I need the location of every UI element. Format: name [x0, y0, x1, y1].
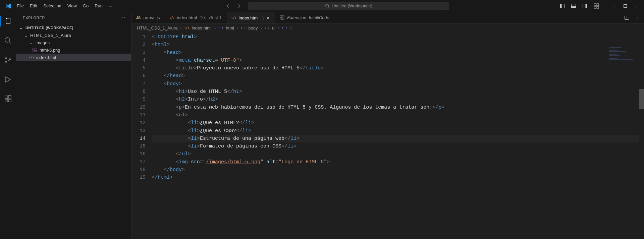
- search-icon: [325, 4, 330, 8]
- file-label: html-5.png: [40, 48, 60, 53]
- svg-rect-5: [572, 6, 576, 8]
- tab-label: Extension: IntelliCode: [287, 15, 329, 20]
- svg-rect-30: [282, 18, 284, 19]
- editor-area: JS arrays.js index.html D:\...\Test 1 in…: [131, 12, 644, 239]
- editor-more-icon[interactable]: ···: [636, 15, 639, 20]
- split-editor-icon[interactable]: [624, 15, 630, 20]
- svg-rect-11: [597, 6, 599, 8]
- breadcrumb-folder[interactable]: HTML_CSS_1_Alura: [137, 25, 177, 31]
- breadcrumb-file[interactable]: index.html: [192, 25, 212, 31]
- code-editor[interactable]: 12345678910111213141516171819 <!DOCTYPE …: [131, 32, 644, 239]
- menu-more-icon[interactable]: ···: [106, 2, 115, 10]
- activity-search-icon[interactable]: [0, 34, 16, 47]
- tab-extension-intellicode[interactable]: Extension: IntelliCode: [275, 12, 334, 23]
- file-html5-png[interactable]: html-5.png: [16, 46, 131, 54]
- chevron-down-icon: ⌄: [23, 33, 28, 38]
- menu-file[interactable]: File: [14, 2, 26, 10]
- code-content[interactable]: <!DOCTYPE html><html> <head> <meta chars…: [152, 32, 644, 239]
- activity-source-control-icon[interactable]: [0, 53, 16, 67]
- line-number-gutter: 12345678910111213141516171819: [131, 32, 152, 239]
- activity-extensions-icon[interactable]: [0, 92, 16, 106]
- svg-point-20: [9, 58, 11, 60]
- tab-arrays-js[interactable]: JS arrays.js: [131, 12, 165, 23]
- explorer-title: EXPLORER: [23, 16, 45, 20]
- svg-rect-9: [597, 4, 599, 6]
- folder-html-css-alura[interactable]: ⌄ HTML_CSS_1_Alura: [16, 32, 131, 39]
- svg-rect-25: [8, 96, 11, 98]
- breadcrumb[interactable]: HTML_CSS_1_Alura › index.html › html › b…: [131, 24, 644, 32]
- window-minimize-icon[interactable]: [612, 4, 616, 8]
- svg-rect-24: [8, 99, 11, 102]
- image-file-icon: [32, 47, 38, 53]
- folder-label: images: [36, 40, 50, 45]
- explorer-more-icon[interactable]: ···: [120, 15, 126, 21]
- activity-bar: [0, 12, 16, 239]
- symbol-icon: [241, 25, 246, 30]
- tab-close-icon[interactable]: ✕: [266, 15, 270, 20]
- svg-rect-22: [5, 96, 8, 99]
- svg-rect-28: [280, 15, 282, 17]
- breadcrumb-symbol[interactable]: li: [289, 25, 291, 31]
- editor-tabs: JS arrays.js index.html D:\...\Test 1 in…: [131, 12, 644, 24]
- command-center[interactable]: Untitled (Workspace): [248, 2, 449, 10]
- html-file-icon: [184, 25, 189, 30]
- svg-point-0: [326, 4, 329, 7]
- breadcrumb-symbol[interactable]: ul: [272, 25, 275, 31]
- layout-panel-icon[interactable]: [571, 3, 576, 9]
- svg-point-27: [34, 49, 35, 50]
- breadcrumb-symbol[interactable]: html: [226, 25, 234, 31]
- folder-label: HTML_CSS_1_Alura: [30, 33, 71, 38]
- svg-point-16: [5, 38, 10, 42]
- svg-rect-29: [280, 18, 282, 19]
- explorer-sidebar: EXPLORER ··· ⌄ UNTITLED (WORKSPACE) ⌄ HT…: [16, 12, 131, 239]
- symbol-icon: [265, 25, 269, 30]
- symbol-icon: [282, 25, 287, 30]
- menu-run[interactable]: Run: [92, 2, 105, 10]
- layout-sidebar-left-icon[interactable]: [559, 3, 565, 9]
- tab-index-html-test1[interactable]: index.html D:\...\Test 1: [165, 12, 227, 23]
- workspace-root[interactable]: ⌄ UNTITLED (WORKSPACE): [16, 24, 131, 32]
- tab-path: D:\...\Test 1: [200, 15, 222, 20]
- nav-back-icon[interactable]: [225, 3, 230, 9]
- html-file-icon: [231, 15, 236, 20]
- editor-scrollbar[interactable]: [639, 32, 644, 239]
- svg-point-19: [5, 62, 7, 63]
- menu-edit[interactable]: Edit: [27, 2, 40, 10]
- vscode-logo-icon: [3, 3, 14, 9]
- chevron-down-icon: ⌄: [29, 40, 34, 45]
- workspace-root-label: UNTITLED (WORKSPACE): [25, 26, 73, 30]
- svg-rect-31: [282, 15, 284, 17]
- minimap[interactable]: [609, 47, 639, 61]
- activity-explorer-icon[interactable]: [0, 14, 16, 28]
- breadcrumb-symbol[interactable]: body: [248, 25, 258, 31]
- tab-label: index.html: [177, 15, 197, 20]
- tab-label: arrays.js: [143, 15, 160, 20]
- menu-go[interactable]: Go: [80, 2, 91, 10]
- scrollbar-thumb[interactable]: [639, 89, 644, 109]
- window-maximize-icon[interactable]: [623, 4, 627, 8]
- layout-sidebar-right-icon[interactable]: [582, 3, 588, 9]
- svg-line-1: [328, 7, 329, 8]
- tab-index-html-current[interactable]: index.html .\ ✕: [227, 12, 275, 23]
- svg-rect-13: [624, 4, 627, 7]
- svg-rect-8: [594, 4, 596, 6]
- command-center-text: Untitled (Workspace): [332, 3, 372, 8]
- html-file-icon: [29, 55, 34, 60]
- file-index-html[interactable]: index.html: [16, 54, 131, 61]
- folder-images[interactable]: ⌄ images: [16, 39, 131, 46]
- customize-layout-icon[interactable]: [594, 3, 599, 9]
- svg-point-21: [5, 81, 6, 82]
- svg-rect-3: [560, 4, 562, 8]
- activity-run-debug-icon[interactable]: [0, 73, 16, 86]
- menu-view[interactable]: View: [65, 2, 79, 10]
- title-bar: File Edit Selection View Go Run ··· Unti…: [0, 0, 644, 12]
- menu-selection[interactable]: Selection: [41, 2, 64, 10]
- nav-forward-icon[interactable]: [236, 3, 242, 9]
- js-file-icon: JS: [136, 16, 141, 20]
- svg-rect-10: [594, 6, 596, 8]
- file-label: index.html: [36, 55, 56, 60]
- svg-rect-23: [5, 99, 8, 102]
- svg-point-18: [5, 57, 7, 59]
- tab-path: .\: [261, 15, 264, 20]
- window-close-icon[interactable]: [635, 4, 639, 8]
